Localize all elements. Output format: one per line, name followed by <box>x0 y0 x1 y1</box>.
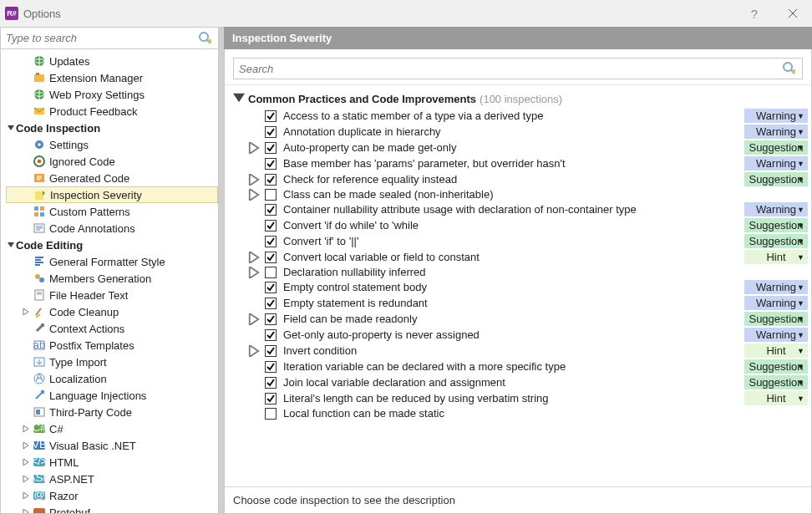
tree-item[interactable]: Extension Manager <box>6 69 218 86</box>
tree-item[interactable]: Product Feedback <box>6 103 218 120</box>
inspection-row[interactable]: Iteration variable can be declared with … <box>233 359 808 374</box>
severity-dropdown[interactable]: Suggestion▼ <box>744 140 808 155</box>
inspection-checkbox[interactable] <box>265 204 277 216</box>
inspection-row[interactable]: Convert 'if do while' to 'whileSuggestio… <box>233 217 808 233</box>
tree-item[interactable]: ALocalization <box>6 370 218 387</box>
expander-icon[interactable] <box>21 457 31 467</box>
tree-item[interactable]: Code Cleanup <box>6 303 218 320</box>
tree-item[interactable]: Members Generation <box>6 270 218 287</box>
severity-dropdown[interactable]: Warning▼ <box>744 296 808 310</box>
inspection-checkbox[interactable] <box>265 313 277 325</box>
expander-icon[interactable] <box>21 307 31 317</box>
expander-icon[interactable] <box>248 252 260 263</box>
inspection-row[interactable]: Literal's length can be reduced by using… <box>233 390 808 406</box>
inspection-row[interactable]: Join local variable declaration and assi… <box>233 374 808 390</box>
tree-item[interactable]: abPostfix Templates <box>6 337 218 354</box>
tree-item[interactable]: Generated Code <box>6 170 218 186</box>
severity-dropdown[interactable]: Suggestion▼ <box>744 359 808 374</box>
tree-item[interactable]: File Header Text <box>6 287 218 303</box>
inspection-group[interactable]: Common Practices and Code Improvements(1… <box>233 90 808 108</box>
inspection-list[interactable]: Common Practices and Code Improvements(1… <box>225 84 811 486</box>
severity-dropdown[interactable]: Warning▼ <box>744 202 808 216</box>
expander-icon[interactable] <box>248 142 260 154</box>
expander-icon[interactable] <box>21 507 31 513</box>
inspection-row[interactable]: Invert conditionHint▼ <box>233 343 808 359</box>
inspection-row[interactable]: Empty control statement bodyWarning▼ <box>233 279 808 295</box>
expander-icon[interactable] <box>6 240 16 250</box>
expander-icon[interactable] <box>21 424 31 434</box>
tree-item[interactable]: Protobuf <box>6 504 218 513</box>
inspection-row[interactable]: Container nullability attribute usage wi… <box>233 201 808 217</box>
expander-icon[interactable] <box>21 491 31 501</box>
tree-item[interactable]: @Razor <box>6 487 218 504</box>
severity-dropdown[interactable]: Warning▼ <box>744 109 808 123</box>
expander-icon[interactable] <box>248 189 260 201</box>
help-button[interactable]: ? <box>735 0 774 27</box>
severity-dropdown[interactable]: Suggestion▼ <box>744 234 808 248</box>
tree-item[interactable]: VBVisual Basic .NET <box>6 437 218 454</box>
tree-item[interactable]: Context Actions <box>6 320 218 337</box>
expander-icon[interactable] <box>248 345 260 357</box>
inspection-checkbox[interactable] <box>265 189 277 201</box>
inspection-row[interactable]: Access to a static member of a type via … <box>233 108 808 124</box>
inspection-row[interactable]: Local function can be made static <box>233 406 808 420</box>
left-search-box[interactable] <box>1 28 218 49</box>
expander-icon[interactable] <box>248 174 260 186</box>
inspection-checkbox[interactable] <box>265 408 277 420</box>
tree-item[interactable]: Third-Party Code <box>6 404 218 420</box>
expander-icon[interactable] <box>248 313 260 325</box>
expander-icon[interactable] <box>233 92 245 106</box>
severity-dropdown[interactable]: Warning▼ <box>744 280 808 294</box>
severity-dropdown[interactable]: Warning▼ <box>744 125 808 139</box>
severity-dropdown[interactable]: Suggestion▼ <box>744 312 808 326</box>
inspection-checkbox[interactable] <box>265 298 277 309</box>
close-button[interactable] <box>774 0 812 27</box>
tree-item[interactable]: ASPASP.NET <box>6 471 218 487</box>
inspection-row[interactable]: Annotation duplicate in hierarchyWarning… <box>233 124 808 140</box>
inspection-row[interactable]: Base member has 'params' parameter, but … <box>233 155 808 171</box>
tree-item[interactable]: Custom Patterns <box>6 203 218 220</box>
severity-dropdown[interactable]: Hint▼ <box>744 344 808 358</box>
tree-item[interactable]: General Formatter Style <box>6 253 218 270</box>
tree-item[interactable]: Inspection Severity <box>6 186 218 203</box>
inspection-checkbox[interactable] <box>265 329 277 341</box>
inspection-row[interactable]: Get-only auto-property is never assigned… <box>233 327 808 343</box>
inspection-checkbox[interactable] <box>265 142 277 154</box>
inspection-row[interactable]: Check for reference equality insteadSugg… <box>233 171 808 187</box>
severity-dropdown[interactable]: Hint▼ <box>744 391 808 405</box>
severity-dropdown[interactable]: Suggestion▼ <box>744 172 808 186</box>
tree-item[interactable]: Code Annotations <box>6 220 218 237</box>
tree-item[interactable]: Updates <box>6 53 218 69</box>
severity-dropdown[interactable]: Warning▼ <box>744 328 808 342</box>
inspection-row[interactable]: Empty statement is redundantWarning▼ <box>233 295 808 311</box>
tree-item[interactable]: C#C# <box>6 420 218 437</box>
inspection-checkbox[interactable] <box>265 126 277 138</box>
inspection-checkbox[interactable] <box>265 220 277 232</box>
inspection-checkbox[interactable] <box>265 174 277 186</box>
expander-icon[interactable] <box>21 440 31 450</box>
expander-icon[interactable] <box>21 474 31 484</box>
right-search-box[interactable] <box>233 58 803 79</box>
inspection-checkbox[interactable] <box>265 377 277 389</box>
inspection-row[interactable]: Convert 'if' to '||'Suggestion▼ <box>233 233 808 249</box>
inspection-checkbox[interactable] <box>265 361 277 373</box>
inspection-row[interactable]: Auto-property can be made get-onlySugges… <box>233 140 808 155</box>
inspection-checkbox[interactable] <box>265 267 277 278</box>
inspection-row[interactable]: Class can be made sealed (non-inheritabl… <box>233 187 808 201</box>
options-tree[interactable]: UpdatesExtension ManagerWeb Proxy Settin… <box>1 49 218 513</box>
inspection-checkbox[interactable] <box>265 110 277 122</box>
inspection-checkbox[interactable] <box>265 158 277 170</box>
inspection-checkbox[interactable] <box>265 393 277 405</box>
inspection-checkbox[interactable] <box>265 236 277 247</box>
severity-dropdown[interactable]: Suggestion▼ <box>744 218 808 232</box>
inspection-row[interactable]: Field can be made readonlySuggestion▼ <box>233 311 808 327</box>
expander-icon[interactable] <box>6 123 16 133</box>
right-search-input[interactable] <box>239 63 782 75</box>
inspection-checkbox[interactable] <box>265 282 277 293</box>
tree-item[interactable]: Settings <box>6 136 218 153</box>
tree-item[interactable]: Language Injections <box>6 387 218 404</box>
severity-dropdown[interactable]: Hint▼ <box>744 250 808 264</box>
inspection-row[interactable]: Declaration nullability inferred <box>233 265 808 279</box>
tree-item[interactable]: Web Proxy Settings <box>6 86 218 103</box>
tree-item[interactable]: Code Editing <box>6 237 218 253</box>
